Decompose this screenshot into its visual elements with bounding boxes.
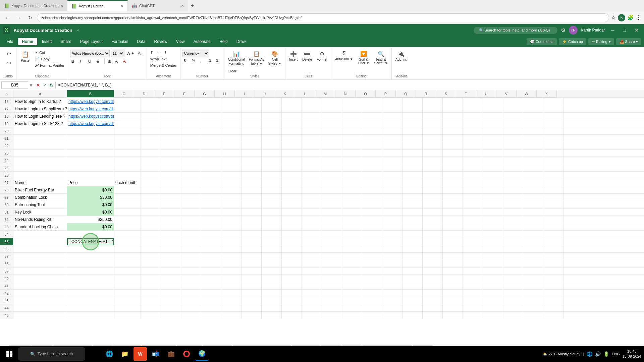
cell-P34[interactable]	[382, 231, 402, 238]
cell-B20[interactable]	[67, 127, 114, 135]
cell-V19[interactable]	[503, 120, 523, 127]
row-number[interactable]: 28	[0, 186, 13, 193]
cell-W20[interactable]	[523, 127, 543, 135]
cell-I24[interactable]	[241, 157, 262, 164]
cell-D17[interactable]	[141, 105, 161, 113]
cell-D27[interactable]	[141, 179, 161, 186]
cell-I32[interactable]	[241, 216, 262, 223]
cell-O42[interactable]	[362, 290, 382, 297]
cell-R21[interactable]	[423, 135, 443, 142]
cell-X24[interactable]	[543, 157, 564, 164]
cell-C41[interactable]	[114, 282, 141, 290]
cell-N21[interactable]	[342, 135, 362, 142]
cell-A25[interactable]	[13, 164, 67, 172]
cell-V40[interactable]	[503, 275, 523, 282]
paste-button[interactable]: 📋 Paste	[18, 50, 32, 63]
cell-I18[interactable]	[241, 113, 262, 120]
cell-T42[interactable]	[463, 290, 483, 297]
cell-S24[interactable]	[443, 157, 463, 164]
cell-M26[interactable]	[322, 172, 342, 179]
cell-X34[interactable]	[543, 231, 564, 238]
insert-function-icon[interactable]: fx	[49, 82, 54, 88]
cell-U30[interactable]	[483, 201, 503, 208]
row-number[interactable]: 17	[0, 105, 13, 112]
cell-G29[interactable]	[201, 194, 221, 201]
cell-R32[interactable]	[423, 216, 443, 223]
row-number[interactable]: 20	[0, 127, 13, 134]
cell-T19[interactable]	[463, 120, 483, 127]
cell-R34[interactable]	[423, 231, 443, 238]
cell-F23[interactable]	[181, 149, 201, 157]
cell-V33[interactable]	[503, 223, 523, 231]
cell-P27[interactable]	[382, 179, 402, 186]
cell-J43[interactable]	[262, 297, 282, 304]
cell-I40[interactable]	[241, 275, 262, 282]
battery-icon[interactable]: 🔋	[603, 351, 609, 357]
cell-W25[interactable]	[523, 164, 543, 172]
cell-V41[interactable]	[503, 282, 523, 290]
cell-T24[interactable]	[463, 157, 483, 164]
cell-O36[interactable]	[362, 245, 382, 253]
cell-M35[interactable]	[322, 238, 342, 245]
decrease-decimal-button[interactable]: 0.	[215, 58, 222, 63]
cell-V31[interactable]	[503, 208, 523, 216]
cell-K35[interactable]	[282, 238, 302, 245]
cell-G34[interactable]	[201, 231, 221, 238]
cell-S37[interactable]	[443, 253, 463, 260]
cell-J40[interactable]	[262, 275, 282, 282]
increase-font-button[interactable]: A+	[126, 50, 135, 57]
cell-M42[interactable]	[322, 290, 342, 297]
tab2-close[interactable]: ✕	[121, 4, 123, 8]
cell-W36[interactable]	[523, 245, 543, 253]
cell-I17[interactable]	[241, 105, 262, 113]
cell-E41[interactable]	[161, 282, 181, 290]
cell-V30[interactable]	[503, 201, 523, 208]
underline-button[interactable]: U	[87, 58, 94, 64]
cell-I41[interactable]	[241, 282, 262, 290]
cell-G17[interactable]	[201, 105, 221, 113]
cell-Q35[interactable]	[402, 238, 423, 245]
cell-N17[interactable]	[342, 105, 362, 113]
row-number[interactable]: 39	[0, 267, 13, 275]
col-header-q[interactable]: Q	[396, 90, 416, 98]
cell-W18[interactable]	[523, 113, 543, 120]
cell-H37[interactable]	[221, 253, 241, 260]
cell-W26[interactable]	[523, 172, 543, 179]
cell-W24[interactable]	[523, 157, 543, 164]
cell-A18[interactable]: How to Login LendingTree ?	[13, 113, 67, 120]
row-number[interactable]: 33	[0, 223, 13, 230]
cell-C19[interactable]	[114, 120, 141, 127]
cell-R37[interactable]	[423, 253, 443, 260]
tab3-close[interactable]: ✕	[181, 4, 184, 8]
col-header-v[interactable]: V	[496, 90, 517, 98]
cell-W28[interactable]	[523, 186, 543, 194]
cell-U16[interactable]	[483, 98, 503, 105]
cell-U36[interactable]	[483, 245, 503, 253]
cell-C36[interactable]	[114, 245, 141, 253]
cell-M40[interactable]	[322, 275, 342, 282]
cell-M20[interactable]	[322, 127, 342, 135]
cell-K20[interactable]	[282, 127, 302, 135]
cell-W29[interactable]	[523, 194, 543, 201]
cell-F35[interactable]	[181, 238, 201, 245]
cell-F39[interactable]	[181, 267, 201, 275]
col-header-i[interactable]: I	[235, 90, 255, 98]
cell-S40[interactable]	[443, 275, 463, 282]
cell-F21[interactable]	[181, 135, 201, 142]
cell-Q39[interactable]	[402, 267, 423, 275]
url-bar[interactable]: zehntechtechnologies-my.sharepoint.com/:…	[37, 13, 609, 22]
cell-U39[interactable]	[483, 267, 503, 275]
cell-P44[interactable]	[382, 304, 402, 312]
cell-V35[interactable]	[503, 238, 523, 245]
cell-W37[interactable]	[523, 253, 543, 260]
cell-C30[interactable]	[114, 201, 141, 208]
cell-A38[interactable]	[13, 260, 67, 267]
cell-M28[interactable]	[322, 186, 342, 194]
cell-R29[interactable]	[423, 194, 443, 201]
cell-L36[interactable]	[302, 245, 322, 253]
cell-J20[interactable]	[262, 127, 282, 135]
cell-styles-button[interactable]: 🎨 CellStyles ▼	[266, 50, 283, 67]
cell-N37[interactable]	[342, 253, 362, 260]
cell-F29[interactable]	[181, 194, 201, 201]
cell-L39[interactable]	[302, 267, 322, 275]
